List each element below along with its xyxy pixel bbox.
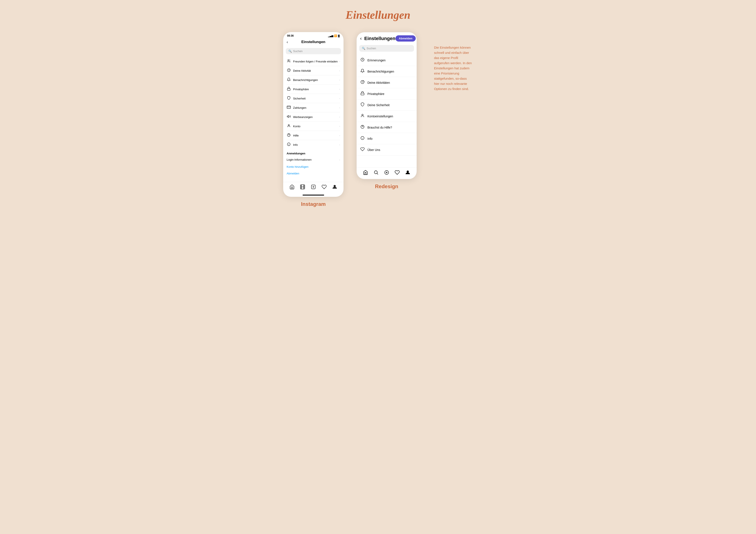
redesign-section: ‹ Einstellungen Abmelden 🔍 Suchen Erinne… xyxy=(357,32,417,190)
redesign-item-about[interactable]: Über Uns xyxy=(357,144,417,156)
redesign-search-icon: 🔍 xyxy=(362,47,365,50)
redesign-item-info[interactable]: Info xyxy=(357,133,417,144)
redesign-notifications-icon xyxy=(360,69,365,74)
profile-nav-icon[interactable] xyxy=(332,184,337,191)
signal-icon: ▁▃▅ xyxy=(328,35,333,37)
svg-marker-5 xyxy=(287,115,289,118)
help-icon xyxy=(286,133,291,138)
svg-point-16 xyxy=(334,185,336,187)
redesign-label-help: Brauchst du Hilfe? xyxy=(367,126,392,129)
redesign-label-reminders: Erinnerungen xyxy=(367,59,386,62)
wifi-icon: 🛜 xyxy=(334,35,337,37)
redesign-label-notifications: Benachrichtigungen xyxy=(367,70,394,73)
redesign-profile-icon[interactable] xyxy=(405,170,410,176)
redesign-item-help[interactable]: Brauchst du Hilfe? xyxy=(357,122,417,133)
abmelden-button[interactable]: Abmelden xyxy=(395,35,416,41)
redesign-item-notifications[interactable]: Benachrichtigungen xyxy=(357,66,417,77)
home-nav-icon[interactable] xyxy=(289,184,295,191)
instagram-nav-header: ‹ Einstellungen xyxy=(283,38,343,46)
redesign-menu-list: Erinnerungen Benachrichtigungen Deine Ak… xyxy=(357,55,417,156)
menu-item-login-info[interactable]: Login-Informationen › xyxy=(283,156,343,164)
menu-label-privacy: Privatsphäre xyxy=(293,88,309,91)
instagram-bottom-nav xyxy=(283,182,343,194)
menu-label-payments: Zahlungen xyxy=(293,106,306,109)
security-icon xyxy=(286,96,291,101)
side-note: Die Einstellungen können schnell und ein… xyxy=(434,45,473,91)
redesign-label-activity: Deine Aktivitäten xyxy=(367,81,390,85)
instagram-section: 08:36 ▁▃▅ 🛜 ▓ ‹ Einstellungen 🔍 Suchen xyxy=(283,32,343,207)
menu-item-payments[interactable]: Zahlungen › xyxy=(283,103,343,112)
menu-item-info[interactable]: Info › xyxy=(283,140,343,149)
chevron-icon: › xyxy=(339,69,340,72)
redesign-label-info: Info xyxy=(367,137,372,140)
redesign-item-account[interactable]: Kontoeinstellungen xyxy=(357,111,417,122)
redesign-item-privacy[interactable]: Privatsphäre xyxy=(357,88,417,99)
redesign-add-icon[interactable] xyxy=(384,170,389,176)
account-icon xyxy=(286,124,291,129)
privacy-icon xyxy=(286,87,291,91)
redesign-search-bar[interactable]: 🔍 Suchen xyxy=(359,45,414,52)
menu-item-ads[interactable]: Werbeanzeigen › xyxy=(283,113,343,121)
chevron-icon: › xyxy=(339,79,340,81)
status-icons: ▁▃▅ 🛜 ▓ xyxy=(328,35,339,37)
menu-item-account[interactable]: Konto › xyxy=(283,122,343,131)
chevron-icon: › xyxy=(339,106,340,109)
svg-point-26 xyxy=(374,171,377,174)
chevron-icon: › xyxy=(339,88,340,90)
instagram-header-title: Einstellungen xyxy=(301,40,325,44)
chevron-icon: › xyxy=(339,143,340,146)
menu-item-activity[interactable]: Deine Aktivität › xyxy=(283,66,343,75)
svg-point-21 xyxy=(361,125,364,129)
abmelden-link[interactable]: Abmelden xyxy=(283,170,343,177)
redesign-activity-icon xyxy=(360,80,365,85)
instagram-menu-list: Freunden folgen / Freunde einladen › Dei… xyxy=(283,56,343,178)
svg-point-6 xyxy=(288,124,289,126)
menu-item-notifications[interactable]: Benachrichtigungen › xyxy=(283,75,343,85)
menu-item-security[interactable]: Sicherheit › xyxy=(283,94,343,103)
page-title: Einstellungen xyxy=(346,9,411,21)
svg-rect-19 xyxy=(361,93,364,95)
heart-nav-icon[interactable] xyxy=(322,184,327,191)
friends-icon xyxy=(286,59,291,64)
redesign-heart-icon[interactable] xyxy=(394,170,400,176)
redesign-account-icon xyxy=(360,114,365,119)
konto-link[interactable]: Konto hinzufügen xyxy=(283,164,343,170)
redesign-item-reminders[interactable]: Erinnerungen xyxy=(357,55,417,66)
back-button[interactable]: ‹ xyxy=(286,40,288,44)
svg-point-20 xyxy=(362,114,363,115)
redesign-security-icon xyxy=(360,102,365,108)
redesign-header-title: Einstellungen xyxy=(364,36,395,41)
reels-nav-icon[interactable] xyxy=(300,184,305,191)
menu-label-ads: Werbeanzeigen xyxy=(293,115,313,119)
home-indicator xyxy=(303,195,324,195)
reminders-icon xyxy=(360,58,365,63)
redesign-back-button[interactable]: ‹ xyxy=(360,36,362,41)
menu-item-privacy[interactable]: Privatsphäre › xyxy=(283,85,343,94)
redesign-label-account: Kontoeinstellungen xyxy=(367,114,393,118)
search-placeholder: Suchen xyxy=(293,50,303,53)
chevron-icon: › xyxy=(339,159,340,161)
redesign-item-activity[interactable]: Deine Aktivitäten xyxy=(357,77,417,88)
instagram-label: Instagram xyxy=(301,201,326,207)
redesign-privacy-icon xyxy=(360,91,365,96)
instagram-phone: 08:36 ▁▃▅ 🛜 ▓ ‹ Einstellungen 🔍 Suchen xyxy=(283,32,343,197)
redesign-label-about: Über Uns xyxy=(367,148,380,152)
redesign-label: Redesign xyxy=(375,184,398,190)
redesign-search-nav-icon[interactable] xyxy=(373,170,379,176)
payments-icon xyxy=(286,105,291,110)
instagram-search-bar[interactable]: 🔍 Suchen xyxy=(286,48,341,54)
menu-item-friends[interactable]: Freunden folgen / Freunde einladen › xyxy=(283,57,343,66)
search-icon: 🔍 xyxy=(288,50,292,53)
menu-label-account: Konto xyxy=(293,125,300,128)
redesign-bottom-nav xyxy=(357,167,417,179)
redesign-search-placeholder: Suchen xyxy=(366,47,376,50)
menu-item-help[interactable]: Hilfe › xyxy=(283,131,343,140)
redesign-nav-header: ‹ Einstellungen Abmelden xyxy=(357,32,417,44)
chevron-icon: › xyxy=(339,125,340,127)
redesign-phone: ‹ Einstellungen Abmelden 🔍 Suchen Erinne… xyxy=(357,32,417,179)
chevron-icon: › xyxy=(339,115,340,118)
redesign-item-security[interactable]: Deine Sicherheit xyxy=(357,99,417,111)
menu-label-friends: Freunden folgen / Freunde einladen xyxy=(293,60,338,63)
redesign-home-icon[interactable] xyxy=(363,170,368,176)
add-nav-icon[interactable] xyxy=(311,184,316,191)
